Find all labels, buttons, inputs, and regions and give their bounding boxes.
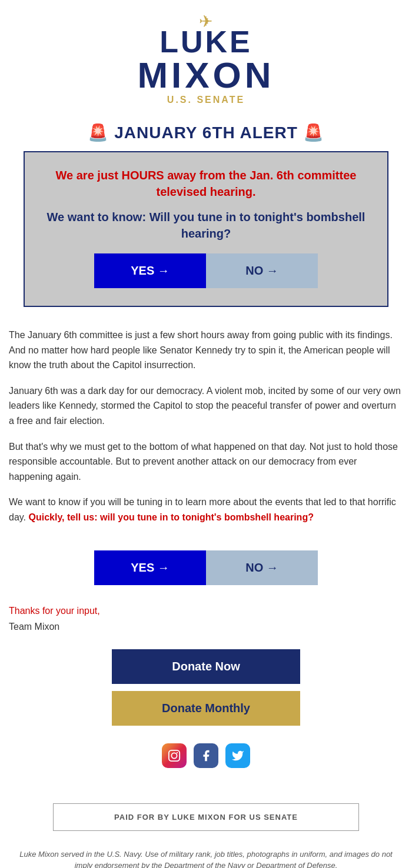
thanks-line2: Team Mixon — [9, 619, 403, 635]
twitter-icon[interactable] — [225, 743, 250, 768]
paragraph-2: January 6th was a dark day for our democ… — [9, 383, 403, 429]
facebook-icon[interactable] — [194, 743, 218, 768]
survey-question: We want to know: Will you tune in to ton… — [42, 209, 370, 242]
no-button-bottom[interactable]: NO → — [206, 550, 318, 585]
svg-point-2 — [177, 752, 178, 753]
survey-question-prefix: We want to know: — [47, 211, 149, 223]
body-text: The January 6th committee is just a few … — [0, 319, 412, 545]
social-icons-row — [6, 743, 406, 768]
survey-question-main: Will you tune in to tonight's bombshell … — [149, 211, 366, 240]
thanks-line1: Thanks for your input, — [9, 603, 403, 619]
paragraph-4-highlight: Quickly, tell us: will you tune in to to… — [29, 512, 314, 522]
logo-luke: LUKE — [137, 26, 274, 57]
logo-container: ✈ LUKE MIXON U.S. SENATE — [137, 12, 274, 105]
alert-title: 🚨 JANUARY 6TH ALERT 🚨 — [0, 111, 412, 151]
donate-now-button[interactable]: Donate Now — [112, 649, 300, 684]
logo-senate: U.S. SENATE — [137, 95, 274, 105]
disclaimer-section: Luke Mixon served in the U.S. Navy. Use … — [0, 843, 412, 868]
survey-hours-text: We are just HOURS away from the Jan. 6th… — [42, 167, 370, 200]
logo-mixon: MIXON — [137, 57, 274, 94]
paid-for-section: PAID FOR BY LUKE MIXON FOR US SENATE — [53, 803, 359, 831]
instagram-icon[interactable] — [162, 743, 187, 768]
disclaimer-text: Luke Mixon served in the U.S. Navy. Use … — [18, 849, 394, 868]
yes-button-bottom[interactable]: YES → — [94, 550, 206, 585]
paragraph-3: But that's why we must get to the bottom… — [9, 439, 403, 485]
alert-title-text: JANUARY 6TH ALERT — [109, 123, 303, 142]
donate-monthly-button[interactable]: Donate Monthly — [112, 691, 300, 726]
paragraph-4: We want to know if you will be tuning in… — [9, 495, 403, 525]
svg-point-1 — [171, 753, 177, 758]
second-button-row: YES → NO → — [9, 550, 403, 585]
donate-section: Donate Now Donate Monthly — [0, 637, 412, 732]
spacer — [0, 780, 412, 803]
thanks-section: Thanks for your input, Team Mixon — [0, 597, 412, 637]
social-section — [0, 732, 412, 780]
survey-button-row: YES → NO → — [42, 253, 370, 288]
alert-emoji-left: 🚨 — [88, 123, 109, 142]
paragraph-1: The January 6th committee is just a few … — [9, 328, 403, 373]
paid-for-text: PAID FOR BY LUKE MIXON FOR US SENATE — [62, 813, 350, 822]
page-header: ✈ LUKE MIXON U.S. SENATE — [0, 0, 412, 111]
yes-button-top[interactable]: YES → — [94, 253, 206, 288]
svg-rect-0 — [169, 750, 180, 761]
survey-box: We are just HOURS away from the Jan. 6th… — [24, 151, 388, 307]
no-button-top[interactable]: NO → — [206, 253, 318, 288]
alert-emoji-right: 🚨 — [303, 123, 324, 142]
